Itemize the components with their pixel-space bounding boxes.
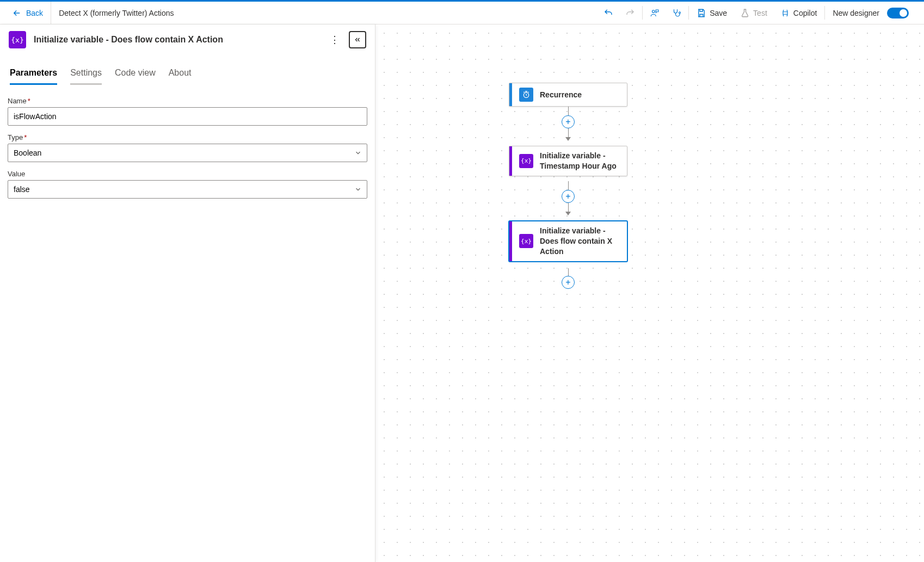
redo-icon [625,8,635,18]
stethoscope-icon [672,8,681,18]
save-icon [697,8,706,18]
new-designer-label: New designer [833,9,879,17]
person-feedback-icon [650,8,660,18]
name-label: Name* [8,97,367,105]
variable-icon: {x} [9,31,26,48]
chevron-double-left-icon [354,36,361,44]
topbar: Back Detect X (formerly Twitter) Actions… [0,0,924,24]
back-button[interactable]: Back [4,2,51,24]
tab-about[interactable]: About [169,68,192,85]
collapse-panel-button[interactable] [349,31,366,48]
divider [642,6,643,20]
variable-icon: {x} [519,234,533,248]
save-label: Save [710,9,727,17]
add-step-button[interactable]: + [562,190,575,203]
value-select[interactable] [8,180,367,199]
tab-settings[interactable]: Settings [70,68,102,85]
save-button[interactable]: Save [690,2,734,24]
clock-icon [519,88,533,102]
copilot-icon [780,8,790,18]
redo-button[interactable] [619,2,641,24]
back-label: Back [26,9,43,17]
divider [824,6,825,20]
support-button[interactable] [666,2,687,24]
new-designer-toggle[interactable]: New designer [826,2,920,24]
name-input[interactable] [8,107,367,126]
undo-button[interactable] [597,2,619,24]
undo-icon [603,8,613,18]
tab-parameters[interactable]: Parameters [10,68,57,85]
add-step-button[interactable]: + [562,276,575,289]
node-recurrence[interactable]: Recurrence [509,83,627,107]
parameters-form: Name* Type* Value [0,85,375,218]
arrow-left-icon [12,8,22,18]
svg-point-1 [679,11,681,13]
panel-tabs: Parameters Settings Code view About [0,55,375,85]
type-label: Type* [8,133,367,141]
node-init-flow-action[interactable]: {x} Initialize variable - Does flow cont… [509,221,627,262]
feedback-button[interactable] [644,2,666,24]
flow-title: Detect X (formerly Twitter) Actions [51,9,174,17]
toggle-switch[interactable] [887,8,909,18]
more-button[interactable]: ⋮ [330,34,339,46]
node-init-timestamp[interactable]: {x} Initialize variable - Timestamp Hour… [509,146,627,176]
node-label: Recurrence [540,90,582,100]
value-label: Value [8,170,367,178]
node-label: Initialize variable - Does flow contain … [540,226,620,257]
panel-title: Initialize variable - Does flow contain … [34,35,223,45]
flow-canvas[interactable]: Recurrence + {x} Initialize variable - T… [375,24,924,562]
copilot-button[interactable]: Copilot [774,2,824,24]
copilot-label: Copilot [793,9,817,17]
variable-icon: {x} [519,154,533,168]
test-button[interactable]: Test [734,2,774,24]
type-select[interactable] [8,144,367,162]
properties-panel: {x} Initialize variable - Does flow cont… [0,24,375,562]
add-step-button[interactable]: + [562,115,575,128]
test-label: Test [753,9,767,17]
flask-icon [740,8,750,18]
svg-point-0 [652,10,655,13]
tab-code-view[interactable]: Code view [115,68,156,85]
node-label: Initialize variable - Timestamp Hour Ago [540,151,620,171]
divider [688,6,689,20]
